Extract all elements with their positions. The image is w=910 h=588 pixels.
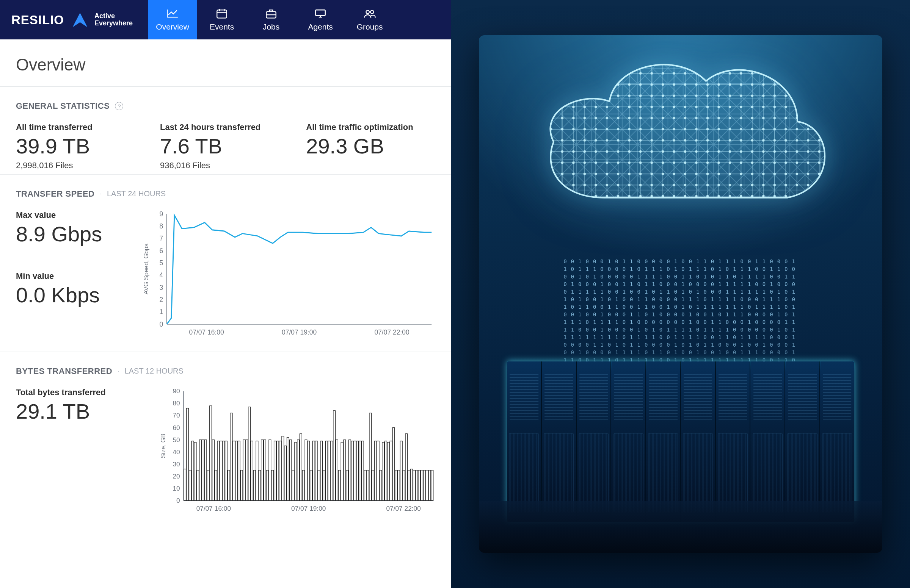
- svg-rect-72: [274, 441, 277, 501]
- stat-label: All time transferred: [16, 123, 115, 132]
- nav-tab-label: Agents: [308, 23, 332, 31]
- server-racks: [507, 362, 854, 522]
- svg-rect-128: [418, 470, 421, 501]
- section-subtitle: LAST 24 HOURS: [107, 189, 166, 198]
- svg-rect-74: [279, 441, 281, 501]
- stat-label: Min value: [16, 271, 141, 281]
- briefcase-icon: [265, 8, 278, 19]
- cloud-circuit-icon: [523, 45, 838, 249]
- svg-rect-45: [204, 440, 207, 501]
- nav-tab-groups[interactable]: Groups: [345, 0, 394, 39]
- svg-rect-108: [367, 470, 369, 501]
- svg-rect-38: [186, 408, 189, 501]
- svg-rect-59: [240, 470, 243, 501]
- svg-rect-54: [228, 470, 230, 501]
- svg-rect-100: [346, 470, 348, 501]
- svg-rect-75: [282, 436, 284, 501]
- section-subtitle: LAST 12 HOURS: [125, 367, 183, 375]
- svg-rect-73: [277, 441, 279, 501]
- hero-illustration: 0010001011000001001101110011000110 10111…: [451, 0, 910, 588]
- brand-name: RESILIO: [11, 14, 64, 26]
- svg-rect-40: [191, 441, 194, 501]
- svg-text:70: 70: [173, 412, 180, 419]
- stat-last-24h-transferred: Last 24 hours transferred 7.6 TB 936,016…: [160, 123, 261, 171]
- svg-rect-49: [215, 470, 217, 501]
- svg-rect-65: [256, 441, 258, 501]
- svg-rect-62: [248, 407, 251, 501]
- svg-rect-88: [315, 441, 317, 501]
- svg-text:0: 0: [176, 497, 180, 504]
- svg-rect-102: [351, 441, 353, 501]
- svg-rect-66: [259, 470, 261, 501]
- svg-text:60: 60: [173, 424, 180, 431]
- help-icon[interactable]: ?: [115, 102, 123, 110]
- svg-text:07/07 22:00: 07/07 22:00: [386, 505, 421, 512]
- stat-value: 8.9 Gbps: [16, 223, 141, 246]
- svg-rect-67: [261, 440, 264, 501]
- section-title: TRANSFER SPEED: [16, 189, 94, 199]
- svg-rect-83: [302, 470, 304, 501]
- svg-rect-111: [375, 441, 377, 501]
- svg-text:3: 3: [160, 283, 164, 291]
- svg-rect-90: [321, 441, 323, 501]
- stat-value: 29.1 TB: [16, 401, 158, 423]
- brand-tagline: Active Everywhere: [94, 13, 133, 27]
- svg-rect-55: [230, 413, 232, 501]
- svg-text:AVG Speed, Gbps: AVG Speed, Gbps: [142, 244, 149, 294]
- svg-text:10: 10: [173, 485, 180, 492]
- nav-tab-jobs[interactable]: Jobs: [246, 0, 296, 39]
- svg-text:80: 80: [173, 399, 180, 407]
- svg-rect-63: [251, 441, 253, 501]
- svg-text:9: 9: [160, 210, 164, 218]
- svg-text:4: 4: [160, 271, 164, 279]
- svg-rect-41: [194, 442, 196, 501]
- svg-text:20: 20: [173, 472, 180, 480]
- svg-rect-86: [310, 470, 313, 501]
- svg-rect-39: [189, 470, 191, 501]
- svg-rect-114: [382, 442, 384, 501]
- svg-rect-106: [362, 441, 364, 501]
- svg-rect-64: [253, 470, 256, 501]
- svg-rect-0: [217, 10, 227, 18]
- svg-rect-98: [341, 442, 343, 501]
- svg-rect-132: [429, 470, 431, 501]
- svg-rect-69: [266, 470, 269, 501]
- nav-tab-overview[interactable]: Overview: [148, 0, 197, 39]
- svg-rect-117: [390, 441, 392, 501]
- svg-text:90: 90: [173, 388, 180, 395]
- svg-rect-47: [210, 406, 212, 501]
- svg-rect-112: [377, 441, 379, 501]
- calendar-icon: [215, 8, 228, 19]
- stat-value: 29.3 GB: [306, 135, 413, 158]
- svg-rect-107: [364, 470, 366, 501]
- bytes-transferred-chart: 0102030405060708090Size, GB07/07 16:0007…: [158, 388, 435, 519]
- agents-icon: [314, 8, 327, 19]
- transfer-speed-chart: 0123456789AVG Speed, Gbps07/07 16:0007/0…: [141, 210, 435, 342]
- svg-rect-2: [316, 10, 325, 16]
- nav-tab-agents[interactable]: Agents: [296, 0, 345, 39]
- svg-text:7: 7: [160, 234, 164, 242]
- svg-rect-51: [220, 441, 222, 501]
- stat-value: 39.9 TB: [16, 135, 115, 158]
- svg-rect-97: [338, 470, 340, 501]
- svg-rect-92: [325, 441, 328, 501]
- svg-text:07/07 16:00: 07/07 16:00: [189, 328, 224, 336]
- svg-text:2: 2: [160, 296, 164, 304]
- stat-value: 7.6 TB: [160, 135, 261, 158]
- svg-text:Size, GB: Size, GB: [160, 434, 167, 459]
- svg-text:50: 50: [173, 436, 180, 444]
- svg-text:1: 1: [160, 308, 164, 316]
- top-nav-bar: RESILIO Active Everywhere Overview: [0, 0, 451, 39]
- svg-rect-127: [416, 470, 418, 501]
- svg-rect-85: [308, 441, 310, 501]
- svg-rect-89: [318, 470, 320, 501]
- svg-rect-110: [372, 470, 374, 501]
- svg-rect-115: [385, 441, 387, 501]
- page-title: Overview: [16, 55, 435, 74]
- svg-rect-77: [287, 437, 289, 501]
- nav-tab-events[interactable]: Events: [197, 0, 246, 39]
- stat-label: Max value: [16, 210, 141, 220]
- svg-text:07/07 19:00: 07/07 19:00: [282, 328, 317, 336]
- stat-extra: 936,016 Files: [160, 161, 261, 171]
- nav-tab-label: Overview: [156, 23, 189, 31]
